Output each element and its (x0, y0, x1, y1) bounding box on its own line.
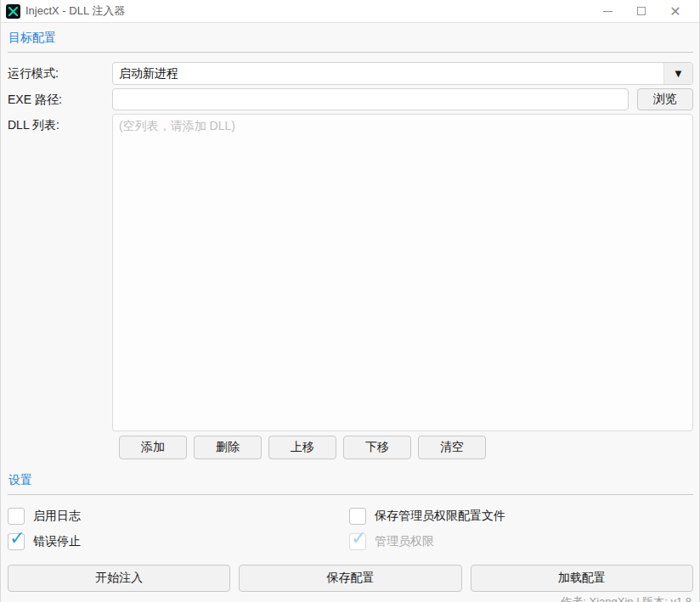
section-header-settings: 设置 (8, 470, 693, 495)
author-version-text: 作者: XiangXin | 版本: v1.8 (561, 594, 692, 602)
checkmark-icon: ✓ (9, 529, 25, 548)
exe-path-label: EXE 路径: (8, 88, 112, 108)
stop-on-error-label: 错误停止 (33, 534, 81, 549)
browse-button[interactable]: 浏览 (637, 88, 693, 110)
run-mode-row: 运行模式: 启动新进程 ▼ (8, 62, 693, 85)
close-icon: ✕ (669, 3, 680, 20)
maximize-button[interactable] (624, 1, 658, 21)
checkmark-icon: ✓ (351, 529, 366, 548)
dll-list-placeholder: (空列表，请添加 DLL) (119, 119, 686, 134)
checkbox-icon: ✓ (349, 533, 366, 550)
window-title: InjectX - DLL 注入器 (25, 3, 125, 19)
start-inject-button[interactable]: 开始注入 (8, 565, 230, 592)
section-header-target-config: 目标配置 (8, 28, 693, 53)
run-mode-select[interactable]: 启动新进程 ▼ (112, 62, 693, 85)
save-admin-profile-checkbox[interactable]: ✓ 保存管理员权限配置文件 (349, 508, 693, 525)
save-config-button[interactable]: 保存配置 (239, 565, 461, 592)
main-content: 目标配置 运行模式: 启动新进程 ▼ EXE 路径: 浏览 (1, 23, 699, 602)
dll-list-box[interactable]: (空列表，请添加 DLL) (112, 114, 693, 431)
load-config-button[interactable]: 加载配置 (471, 565, 693, 592)
exe-path-input[interactable] (112, 88, 629, 110)
enable-log-label: 启用日志 (33, 509, 81, 524)
close-button[interactable]: ✕ (658, 1, 692, 21)
minimize-icon (603, 11, 612, 12)
run-mode-label: 运行模式: (8, 62, 112, 82)
app-icon (6, 4, 20, 19)
settings-checkboxes: ✓ 启用日志 ✓ 保存管理员权限配置文件 ✓ 错误停止 ✓ 管理员权限 (8, 504, 693, 554)
chevron-down-icon: ▼ (663, 63, 692, 84)
exe-path-row: EXE 路径: 浏览 (8, 88, 693, 110)
remove-dll-button[interactable]: 删除 (194, 436, 262, 459)
app-window: InjectX - DLL 注入器 ✕ 目标配置 运行模式: 启动新进程 ▼ (0, 0, 700, 602)
move-up-button[interactable]: 上移 (268, 436, 336, 459)
x-logo-icon (8, 7, 18, 16)
admin-rights-label: 管理员权限 (375, 534, 434, 549)
enable-log-checkbox[interactable]: ✓ 启用日志 (8, 508, 349, 525)
minimize-button[interactable] (590, 1, 624, 21)
move-down-button[interactable]: 下移 (343, 436, 411, 459)
action-buttons: 开始注入 保存配置 加载配置 (8, 565, 693, 592)
add-dll-button[interactable]: 添加 (119, 436, 187, 459)
dll-list-row: DLL 列表: (空列表，请添加 DLL) (8, 114, 693, 431)
save-admin-profile-label: 保存管理员权限配置文件 (375, 509, 505, 524)
run-mode-selected-value: 启动新进程 (113, 63, 663, 84)
title-bar: InjectX - DLL 注入器 ✕ (1, 0, 699, 23)
window-controls: ✕ (590, 1, 692, 21)
status-bar: 作者: XiangXin | 版本: v1.8 (8, 592, 693, 602)
dll-list-label: DLL 列表: (8, 114, 112, 133)
dll-list-buttons: 添加 删除 上移 下移 清空 (119, 436, 693, 459)
clear-list-button[interactable]: 清空 (418, 436, 486, 459)
target-config-form: 运行模式: 启动新进程 ▼ EXE 路径: 浏览 DLL 列表: (8, 62, 693, 459)
checkbox-icon: ✓ (8, 533, 25, 550)
checkbox-icon: ✓ (349, 508, 366, 525)
stop-on-error-checkbox[interactable]: ✓ 错误停止 (8, 533, 349, 550)
checkbox-icon: ✓ (8, 508, 25, 525)
admin-rights-checkbox: ✓ 管理员权限 (349, 533, 693, 550)
maximize-icon (637, 7, 646, 15)
